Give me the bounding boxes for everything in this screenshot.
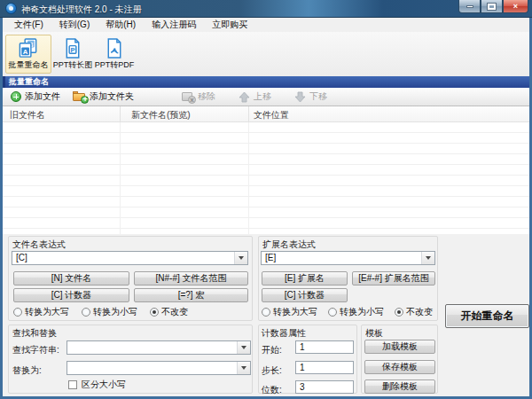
- table-header: 旧文件名 新文件名(预览) 文件位置: [3, 106, 529, 122]
- app-logo-icon: [5, 3, 17, 14]
- tool-ppt-to-pdf[interactable]: PPT转PDF: [95, 35, 134, 74]
- column-new-filename[interactable]: 新文件名(预览): [131, 109, 191, 121]
- find-string-combobox[interactable]: [66, 340, 251, 355]
- tool-label: PPT转PDF: [95, 59, 135, 71]
- radio-icon: [150, 308, 159, 317]
- options-panel: 文件名表达式 [C] [N] 文件名 [N#-#] 文件名范围 [C] 计数器 …: [3, 234, 529, 396]
- case-sensitive-checkbox[interactable]: 区分大小写: [68, 379, 126, 391]
- title-bar[interactable]: 神奇文档处理软件 2.0 - 未注册 ×: [0, 0, 532, 18]
- column-old-filename[interactable]: 旧文件名: [10, 109, 45, 121]
- section-title: 批量重命名: [9, 77, 49, 86]
- ppt-to-long-image-icon: P: [61, 37, 84, 59]
- insert-extension-range-button[interactable]: [E#-#] 扩展名范围: [352, 271, 435, 286]
- radio-extension-nochange[interactable]: 不改变: [395, 306, 433, 318]
- menu-goto[interactable]: 转到(G): [51, 18, 98, 32]
- find-string-label: 查找字符串:: [12, 344, 59, 356]
- filename-case-radios: 转换为大写 转换为小写 不改变: [13, 306, 188, 318]
- extension-case-radios: 转换为大写 转换为小写 不改变: [262, 306, 433, 318]
- svg-text:A: A: [23, 48, 28, 56]
- svg-text:P: P: [70, 46, 74, 54]
- table-body[interactable]: [3, 122, 529, 234]
- insert-macro-button[interactable]: [=?] 宏: [134, 288, 248, 302]
- radio-label: 转换为小写: [93, 306, 137, 318]
- add-folder-icon: [73, 91, 86, 102]
- counter-digits-label: 位数:: [262, 384, 282, 396]
- chevron-down-icon[interactable]: [234, 252, 247, 264]
- save-template-button[interactable]: 保存模板: [364, 360, 435, 374]
- insert-extension-counter-button[interactable]: [C] 计数器: [262, 288, 348, 302]
- combobox-value: [E]: [265, 253, 276, 262]
- load-template-button[interactable]: 加载模板: [364, 340, 435, 354]
- counter-properties-label: 计数器属性: [262, 327, 306, 340]
- remove-button[interactable]: x 移除: [177, 89, 220, 105]
- menu-buy-now[interactable]: 立即购买: [204, 18, 255, 32]
- insert-filename-range-button[interactable]: [N#-#] 文件名范围: [134, 271, 248, 286]
- close-icon: ×: [513, 3, 518, 11]
- radio-label: 转换为大写: [273, 306, 317, 318]
- column-file-location[interactable]: 文件位置: [254, 109, 289, 121]
- extension-expression-combobox[interactable]: [E]: [261, 251, 435, 265]
- counter-start-input[interactable]: 1: [295, 340, 354, 354]
- minimize-icon: [466, 5, 473, 8]
- radio-icon: [13, 308, 22, 317]
- tool-label: 批量重命名: [9, 59, 49, 71]
- replace-with-combobox[interactable]: [66, 361, 251, 375]
- maximize-button[interactable]: [481, 0, 503, 13]
- ppt-to-pdf-icon: [103, 37, 126, 59]
- chevron-down-icon[interactable]: [237, 341, 250, 354]
- remove-icon: x: [182, 91, 194, 102]
- column-divider: [120, 122, 121, 234]
- radio-filename-nochange[interactable]: 不改变: [150, 306, 188, 318]
- checkbox-label: 区分大小写: [82, 379, 126, 391]
- window-title: 神奇文档处理软件 2.0 - 未注册: [21, 4, 142, 16]
- counter-start-label: 开始:: [262, 344, 282, 356]
- template-label: 模板: [365, 327, 383, 340]
- batch-rename-icon: B A: [17, 37, 40, 59]
- delete-template-button[interactable]: 删除模板: [364, 379, 435, 394]
- app-window: 神奇文档处理软件 2.0 - 未注册 × 文件(F) 转到(G) 帮助(H) 输…: [0, 0, 532, 399]
- combobox-value: [C]: [16, 253, 27, 262]
- insert-counter-button[interactable]: [C] 计数器: [13, 288, 129, 302]
- client-area: 文件(F) 转到(G) 帮助(H) 输入注册码 立即购买 B A 批量重命名: [3, 18, 529, 396]
- filename-expression-combobox[interactable]: [C]: [12, 251, 248, 265]
- add-file-button[interactable]: 添加文件: [6, 89, 65, 105]
- button-label: 添加文件夹: [90, 90, 134, 103]
- add-file-icon: [11, 91, 21, 102]
- add-folder-button[interactable]: 添加文件夹: [68, 89, 138, 105]
- column-divider: [248, 122, 249, 234]
- radio-label: 不改变: [406, 306, 433, 318]
- insert-extension-button[interactable]: [E] 扩展名: [262, 271, 348, 286]
- chevron-down-icon[interactable]: [421, 252, 434, 264]
- filename-expression-label: 文件名表达式: [12, 239, 66, 251]
- counter-step-input[interactable]: 1: [295, 361, 354, 374]
- menu-enter-license[interactable]: 输入注册码: [144, 18, 204, 32]
- menu-bar: 文件(F) 转到(G) 帮助(H) 输入注册码 立即购买: [3, 18, 529, 32]
- tool-batch-rename[interactable]: B A 批量重命名: [5, 35, 51, 74]
- radio-icon: [82, 308, 90, 317]
- menu-help[interactable]: 帮助(H): [98, 18, 144, 32]
- radio-extension-lowercase[interactable]: 转换为小写: [328, 306, 384, 318]
- radio-filename-uppercase[interactable]: 转换为大写: [13, 306, 69, 318]
- insert-filename-button[interactable]: [N] 文件名: [13, 271, 129, 286]
- replace-with-label: 替换为:: [12, 364, 42, 377]
- move-up-button[interactable]: 上移: [234, 89, 276, 105]
- chevron-down-icon[interactable]: [237, 362, 250, 374]
- maximize-icon: [488, 4, 496, 10]
- column-divider: [248, 106, 249, 122]
- move-down-icon: [294, 91, 306, 103]
- radio-filename-lowercase[interactable]: 转换为小写: [82, 306, 137, 318]
- close-button[interactable]: ×: [503, 0, 528, 13]
- menu-file[interactable]: 文件(F): [6, 18, 51, 32]
- tool-label: PPT转长图: [53, 59, 93, 71]
- checkbox-icon: [68, 380, 77, 389]
- radio-extension-uppercase[interactable]: 转换为大写: [262, 306, 317, 318]
- radio-icon: [395, 308, 403, 317]
- counter-step-label: 步长:: [262, 364, 282, 377]
- move-down-button[interactable]: 下移: [290, 89, 332, 105]
- button-label: 添加文件: [25, 90, 60, 103]
- minimize-button[interactable]: [458, 0, 481, 13]
- tool-ppt-to-long-image[interactable]: P PPT转长图: [52, 35, 93, 74]
- counter-digits-input[interactable]: 3: [295, 380, 354, 394]
- start-rename-button[interactable]: 开始重命名: [445, 304, 529, 328]
- window-controls: ×: [458, 0, 528, 13]
